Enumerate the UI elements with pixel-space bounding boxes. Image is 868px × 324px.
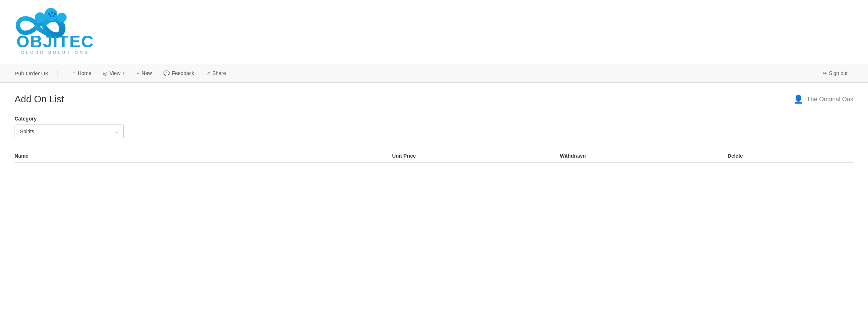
share-icon: ↗ [206, 70, 210, 76]
sign-out-button[interactable]: ↪ Sign out [817, 64, 853, 83]
nav-view-label: View [110, 70, 120, 76]
nav-item-view[interactable]: ◎ View ▾ [97, 64, 131, 83]
svg-text:OBJITEC: OBJITEC [16, 32, 94, 51]
svg-point-5 [54, 13, 56, 15]
user-info: 👤 The Original Oak [793, 95, 854, 104]
plus-icon: + [136, 70, 139, 76]
svg-text:CLOUD SOLUTIONS: CLOUD SOLUTIONS [21, 50, 89, 55]
table-header: Name Unit Price Withdrawn Delete [15, 149, 853, 163]
category-select[interactable]: Spirits Beers Wines Soft Drinks Other [15, 125, 124, 138]
svg-point-2 [57, 13, 67, 22]
col-withdrawn: Withdrawn [560, 149, 728, 163]
svg-point-6 [50, 15, 52, 17]
nav-home-label: Home [78, 70, 91, 76]
nav-feedback-label: Feedback [172, 70, 194, 76]
chat-icon: 💬 [163, 70, 170, 76]
data-table: Name Unit Price Withdrawn Delete [15, 149, 853, 163]
nav-item-feedback[interactable]: 💬 Feedback [158, 64, 200, 83]
user-name: The Original Oak [807, 96, 854, 103]
nav-item-home[interactable]: ⌂ Home [67, 64, 97, 83]
form-section: Category Spirits Beers Wines Soft Drinks… [15, 116, 853, 138]
svg-point-0 [35, 12, 45, 23]
nav-item-share[interactable]: ↗ Share [200, 64, 232, 83]
page-title: Add On List [15, 94, 64, 105]
home-icon: ⌂ [72, 70, 75, 76]
nav-share-label: Share [212, 70, 226, 76]
sign-out-label: Sign out [829, 70, 848, 76]
navbar-right: ↪ Sign out [817, 64, 853, 83]
svg-point-3 [48, 13, 50, 15]
chevron-down-icon: ▾ [123, 71, 125, 76]
page-header: Add On List 👤 The Original Oak [15, 94, 853, 105]
signout-icon: ↪ [823, 70, 827, 76]
table-section: Name Unit Price Withdrawn Delete [15, 149, 853, 163]
svg-point-7 [53, 15, 55, 17]
svg-point-1 [44, 8, 57, 21]
nav-item-new[interactable]: + New [131, 64, 158, 83]
table-header-row: Name Unit Price Withdrawn Delete [15, 149, 853, 163]
user-icon: 👤 [793, 95, 803, 104]
svg-point-4 [51, 12, 53, 13]
navbar-left: Pub Order UK ⌂ Home ◎ View ▾ + New 💬 Fee… [15, 64, 232, 83]
nav-new-label: New [142, 70, 152, 76]
col-name: Name [15, 149, 392, 163]
eye-icon: ◎ [103, 70, 107, 76]
logo-svg: OBJITEC CLOUD SOLUTIONS [15, 7, 98, 58]
navbar: Pub Order UK ⌂ Home ◎ View ▾ + New 💬 Fee… [0, 64, 868, 83]
logo-container: OBJITEC CLOUD SOLUTIONS [15, 7, 853, 58]
logo-area: OBJITEC CLOUD SOLUTIONS [0, 0, 868, 64]
navbar-brand: Pub Order UK [15, 70, 58, 76]
select-wrapper: Spirits Beers Wines Soft Drinks Other ⌄ [15, 125, 124, 138]
col-delete: Delete [728, 149, 853, 163]
col-unit-price: Unit Price [392, 149, 560, 163]
category-label: Category [15, 116, 853, 122]
main-content: Add On List 👤 The Original Oak Category … [0, 83, 868, 170]
